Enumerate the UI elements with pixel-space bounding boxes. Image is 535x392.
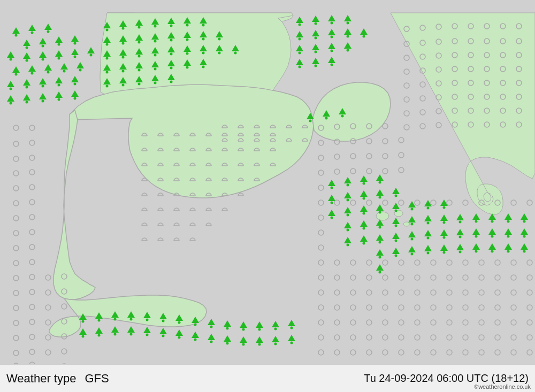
svg-marker-8: [100, 13, 293, 94]
datetime-label: Tu 24-09-2024 06:00 UTC (18+12): [364, 372, 529, 385]
bottom-left: Weather type GFS: [6, 372, 109, 386]
svg-point-4: [376, 212, 389, 220]
weather-map: [0, 0, 535, 392]
svg-point-6: [403, 222, 410, 226]
weather-type-label: Weather type: [6, 372, 76, 386]
copyright-label: ©weatheronline.co.uk: [474, 383, 531, 390]
map-container: Weather type GFS Tu 24-09-2024 06:00 UTC…: [0, 0, 535, 392]
model-label: GFS: [85, 372, 109, 386]
bottom-bar: Weather type GFS Tu 24-09-2024 06:00 UTC…: [0, 364, 535, 392]
bottom-right: Tu 24-09-2024 06:00 UTC (18+12): [364, 372, 529, 385]
